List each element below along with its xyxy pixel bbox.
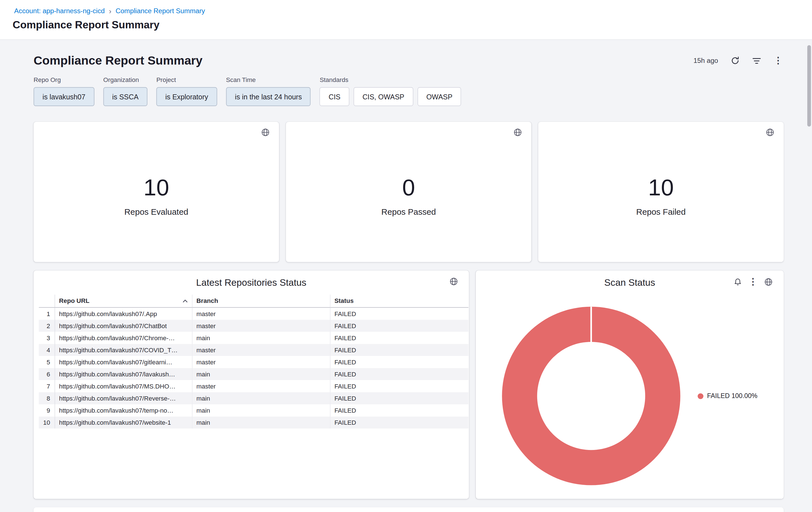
metric-value: 0 (402, 176, 415, 199)
status-cell: FAILED (330, 392, 468, 404)
column-header-index (39, 295, 54, 308)
row-index: 4 (39, 344, 54, 356)
branch-cell: master (192, 320, 330, 332)
donut-hole (537, 342, 645, 450)
repositories-table: Repo URL Branch Status 1 https://github.… (39, 295, 468, 429)
metric-label: Repos Evaluated (124, 207, 188, 217)
status-cell: FAILED (330, 332, 468, 344)
row-index: 5 (39, 356, 54, 368)
column-header-repo-url[interactable]: Repo URL (55, 295, 192, 308)
branch-cell: main (192, 404, 330, 416)
branch-cell: master (192, 344, 330, 356)
metric-card-repos-failed: 10 Repos Failed (538, 122, 784, 262)
table-row[interactable]: 5 https://github.com/lavakush07/gitlearn… (39, 356, 468, 368)
metric-label: Repos Passed (381, 207, 436, 217)
dashboard-header: Compliance Report Summary 15h ago (0, 40, 812, 68)
column-header-branch[interactable]: Branch (192, 295, 330, 308)
refresh-icon (731, 56, 740, 65)
tile-menu-button[interactable]: ⋮ (749, 277, 758, 286)
breadcrumb-account-link[interactable]: Account: app-harness-ng-cicd (14, 7, 105, 15)
table-card-title: Latest Repositories Status (34, 270, 469, 288)
column-header-status[interactable]: Status (330, 295, 468, 308)
bell-icon (734, 278, 742, 286)
tile-actions-button[interactable] (764, 278, 773, 286)
globe-icon (450, 277, 458, 286)
filter-group-scan-time: Scan Time is in the last 24 hours (226, 76, 311, 106)
next-card-partial (34, 507, 784, 512)
table-row[interactable]: 10 https://github.com/lavakush07/website… (39, 416, 468, 429)
filter-button[interactable] (752, 57, 761, 64)
status-cell: FAILED (330, 416, 468, 429)
filter-label: Scan Time (226, 76, 311, 83)
metric-content: 10 Repos Failed (538, 122, 784, 262)
legend-label: FAILED 100.00% (707, 392, 757, 399)
metric-card-repos-passed: 0 Repos Passed (286, 122, 532, 262)
row-index: 10 (39, 416, 54, 429)
tile-actions-button[interactable] (450, 277, 458, 286)
filter-chip-project[interactable]: is Exploratory (156, 87, 217, 106)
top-header: Account: app-harness-ng-cicd › Complianc… (0, 0, 812, 39)
globe-icon (764, 278, 773, 286)
table-row[interactable]: 3 https://github.com/lavakush07/Chrome-…… (39, 332, 468, 344)
repo-url-cell: https://github.com/lavakush07/Chrome-… (55, 332, 192, 344)
filter-group-organization: Organization is SSCA (103, 76, 147, 106)
status-cell: FAILED (330, 368, 468, 380)
filter-label: Standards (320, 76, 461, 83)
scan-status-donut-chart[interactable] (502, 307, 680, 485)
metric-content: 10 Repos Evaluated (34, 122, 279, 262)
alerts-button[interactable] (734, 278, 742, 286)
filter-chip-standard-cis[interactable]: CIS (320, 87, 349, 106)
filter-chip-organization[interactable]: is SSCA (103, 87, 147, 106)
refresh-button[interactable] (731, 56, 740, 65)
row-index: 3 (39, 332, 54, 344)
metric-content: 0 Repos Passed (286, 122, 532, 262)
table-row[interactable]: 7 https://github.com/lavakush07/MS.DHO… … (39, 380, 468, 392)
filter-icon (752, 57, 761, 64)
filter-label: Organization (103, 76, 147, 83)
dashboard-menu-button[interactable]: ⋮ (774, 56, 783, 65)
branch-cell: master (192, 307, 330, 320)
legend-color-dot (698, 393, 703, 399)
dashboard-title: Compliance Report Summary (34, 54, 203, 68)
filter-chip-repo-org[interactable]: is lavakush07 (34, 87, 94, 106)
filter-chip-standard-owasp[interactable]: OWASP (417, 87, 462, 106)
table-row[interactable]: 4 https://github.com/lavakush07/COVID_T…… (39, 344, 468, 356)
filter-group-standards: Standards CIS CIS, OWASP OWASP (320, 76, 461, 106)
table-row[interactable]: 8 https://github.com/lavakush07/Reverse-… (39, 392, 468, 404)
table-row[interactable]: 1 https://github.com/lavakush07/.App mas… (39, 307, 468, 320)
sort-ascending-icon (182, 299, 187, 303)
filter-chip-scan-time[interactable]: is in the last 24 hours (226, 87, 311, 106)
table-row[interactable]: 6 https://github.com/lavakush07/lavakush… (39, 368, 468, 380)
row-index: 8 (39, 392, 54, 404)
repo-url-cell: https://github.com/lavakush07/ChatBot (55, 320, 192, 332)
repo-url-cell: https://github.com/lavakush07/.App (55, 307, 192, 320)
legend-item-failed[interactable]: FAILED 100.00% (698, 392, 757, 399)
status-cell: FAILED (330, 307, 468, 320)
page-title: Compliance Report Summary (12, 19, 160, 31)
breadcrumb-current-link[interactable]: Compliance Report Summary (116, 7, 205, 15)
vertical-scrollbar-thumb[interactable] (807, 45, 811, 127)
scan-status-card: Scan Status ⋮ (476, 270, 784, 499)
column-label: Repo URL (59, 297, 89, 304)
table-row[interactable]: 9 https://github.com/lavakush07/temp-no…… (39, 404, 468, 416)
latest-repositories-card: Latest Repositories Status (34, 270, 469, 499)
filter-chip-standard-cis-owasp[interactable]: CIS, OWASP (354, 87, 413, 106)
bottom-cards-row: Latest Repositories Status (34, 270, 784, 499)
repo-url-cell: https://github.com/lavakush07/lavakush… (55, 368, 192, 380)
kebab-menu-icon: ⋮ (749, 277, 758, 286)
branch-cell: main (192, 392, 330, 404)
row-index: 9 (39, 404, 54, 416)
kebab-menu-icon: ⋮ (774, 56, 783, 65)
table-row[interactable]: 2 https://github.com/lavakush07/ChatBot … (39, 320, 468, 332)
metric-card-repos-evaluated: 10 Repos Evaluated (34, 122, 279, 262)
metric-value: 10 (648, 176, 674, 199)
metric-value: 10 (144, 176, 169, 199)
repo-url-cell: https://github.com/lavakush07/Reverse-… (55, 392, 192, 404)
breadcrumb: Account: app-harness-ng-cicd › Complianc… (14, 7, 205, 15)
status-cell: FAILED (330, 344, 468, 356)
row-index: 1 (39, 307, 54, 320)
status-cell: FAILED (330, 320, 468, 332)
metric-label: Repos Failed (636, 207, 686, 217)
repo-url-cell: https://github.com/lavakush07/website-1 (55, 416, 192, 429)
filter-group-project: Project is Exploratory (156, 76, 217, 106)
